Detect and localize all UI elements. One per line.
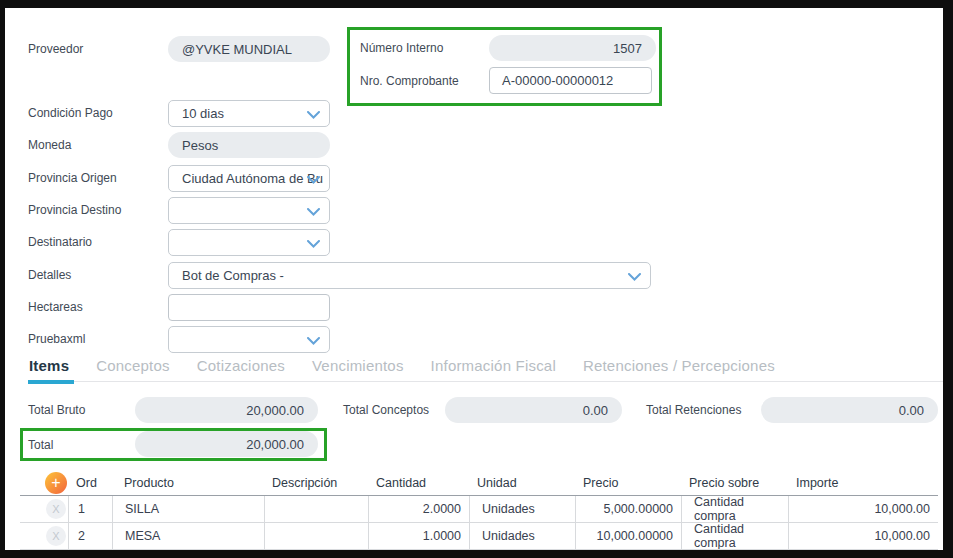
condicion-pago-label: Condición Pago — [28, 106, 113, 120]
col-header-unidad: Unidad — [469, 470, 575, 495]
moneda-field: Pesos — [168, 132, 330, 158]
chevron-down-icon — [307, 176, 320, 184]
tab-vencimientos[interactable]: Vencimientos — [311, 357, 405, 381]
items-table: + Ord Producto Descripción Cantidad Unid… — [20, 470, 938, 550]
total-retenciones-field: 0.00 — [761, 397, 938, 423]
hectareas-input[interactable] — [168, 294, 330, 321]
col-header-descripcion: Descripción — [264, 470, 368, 495]
total-conceptos-field: 0.00 — [445, 397, 622, 423]
col-header-precio-sobre: Precio sobre — [681, 470, 788, 495]
numero-interno-field: 1507 — [489, 35, 656, 61]
chevron-down-icon — [307, 240, 320, 248]
tab-cotizaciones[interactable]: Cotizaciones — [196, 357, 286, 381]
highlight-box-comprobante: Número Interno 1507 Nro. Comprobante A-0… — [347, 27, 662, 106]
cell-importe: 10,000.00 — [788, 523, 938, 549]
destinatario-select[interactable] — [168, 229, 330, 256]
provincia-destino-select[interactable] — [168, 197, 330, 224]
cell-precio: 10,000.00000 — [575, 523, 681, 549]
highlight-box-total: Total 20,000.00 — [20, 428, 327, 461]
delete-row-button[interactable]: X — [46, 499, 66, 519]
pruebaxml-label: Pruebaxml — [28, 332, 85, 346]
provincia-origen-select[interactable]: Ciudad Autónoma de Bu — [168, 165, 330, 192]
total-label: Total — [28, 438, 53, 452]
tab-retenciones-percepciones[interactable]: Retenciones / Percepciones — [582, 357, 776, 381]
provincia-destino-label: Provincia Destino — [28, 203, 121, 217]
condicion-pago-select[interactable]: 10 dias — [168, 100, 330, 127]
add-row-button[interactable]: + — [45, 472, 67, 494]
hectareas-label: Hectareas — [28, 300, 83, 314]
purchase-form: Proveedor @YVKE MUNDIAL Número Interno 1… — [5, 8, 943, 550]
cell-precio: 5,000.00000 — [575, 496, 681, 522]
cell-descripcion — [264, 523, 368, 549]
col-header-importe: Importe — [788, 470, 938, 495]
col-header-ord: Ord — [68, 470, 112, 495]
detalles-label: Detalles — [28, 268, 71, 282]
destinatario-label: Destinatario — [28, 235, 92, 249]
chevron-down-icon — [628, 273, 641, 281]
table-row[interactable]: X 2 MESA 1.0000 Unidades 10,000.00000 Ca… — [20, 523, 938, 550]
col-header-producto: Producto — [112, 470, 264, 495]
cell-precio-sobre: Cantidad compra — [681, 496, 788, 522]
cell-ord: 1 — [68, 496, 112, 522]
total-retenciones-label: Total Retenciones — [646, 403, 741, 417]
total-bruto-field: 20,000.00 — [135, 397, 318, 423]
total-field: 20,000.00 — [135, 431, 318, 457]
nro-comprobante-input[interactable]: A-00000-00000012 — [489, 67, 652, 94]
chevron-down-icon — [307, 111, 320, 119]
cell-cantidad: 1.0000 — [368, 523, 469, 549]
cell-precio-sobre: Cantidad compra — [681, 523, 788, 549]
cell-ord: 2 — [68, 523, 112, 549]
tab-informacion-fiscal[interactable]: Información Fiscal — [430, 357, 557, 381]
table-row[interactable]: X 1 SILLA 2.0000 Unidades 5,000.00000 Ca… — [20, 496, 938, 523]
provincia-origen-label: Provincia Origen — [28, 171, 117, 185]
nro-comprobante-label: Nro. Comprobante — [360, 74, 459, 88]
cell-descripcion — [264, 496, 368, 522]
total-bruto-label: Total Bruto — [28, 403, 85, 417]
cell-unidad: Unidades — [469, 523, 575, 549]
tab-conceptos[interactable]: Conceptos — [95, 357, 171, 381]
items-table-header: + Ord Producto Descripción Cantidad Unid… — [20, 470, 938, 496]
proveedor-label: Proveedor — [28, 42, 83, 56]
col-header-cantidad: Cantidad — [368, 470, 469, 495]
cell-cantidad: 2.0000 — [368, 496, 469, 522]
pruebaxml-select[interactable] — [168, 326, 330, 353]
total-conceptos-label: Total Conceptos — [343, 403, 429, 417]
moneda-label: Moneda — [28, 138, 71, 152]
chevron-down-icon — [307, 337, 320, 345]
cell-producto: MESA — [112, 523, 264, 549]
cell-importe: 10,000.00 — [788, 496, 938, 522]
cell-producto: SILLA — [112, 496, 264, 522]
detalles-select[interactable]: Bot de Compras - — [168, 262, 651, 289]
delete-row-button[interactable]: X — [46, 526, 66, 546]
numero-interno-label: Número Interno — [360, 41, 443, 55]
col-header-precio: Precio — [575, 470, 681, 495]
chevron-down-icon — [307, 208, 320, 216]
cell-unidad: Unidades — [469, 496, 575, 522]
tab-items[interactable]: Items — [28, 357, 70, 381]
proveedor-field: @YVKE MUNDIAL — [168, 36, 330, 62]
tab-bar: Items Conceptos Cotizaciones Vencimiento… — [28, 357, 943, 382]
